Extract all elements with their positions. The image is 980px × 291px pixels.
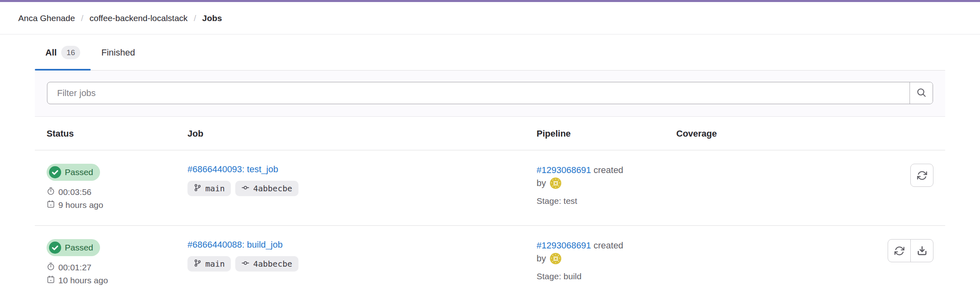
- jobs-page-content: All 16 Finished Status Job Pipeline Cove…: [35, 34, 945, 291]
- breadcrumb-separator: /: [194, 13, 196, 23]
- job-ref-badges: main 4abbecbe: [187, 181, 537, 196]
- breadcrumb-separator: /: [81, 13, 83, 23]
- job-age: 10 hours ago: [47, 275, 187, 286]
- coverage-cell: [676, 226, 874, 291]
- job-ref-badges: main 4abbecbe: [187, 256, 537, 272]
- download-artifacts-button[interactable]: [910, 239, 933, 262]
- pipeline-stage: Stage: build: [537, 272, 676, 281]
- column-header-pipeline: Pipeline: [537, 117, 676, 150]
- user-avatar[interactable]: [550, 178, 561, 189]
- actions-cell: [874, 226, 945, 291]
- job-link[interactable]: #6866440088: build_job: [187, 240, 283, 250]
- tab-finished-label: Finished: [101, 47, 135, 59]
- status-success-icon: [49, 242, 61, 254]
- job-age-value: 10 hours ago: [58, 276, 108, 285]
- job-duration: 00:03:56: [47, 187, 187, 197]
- search-icon: [916, 87, 927, 99]
- user-avatar[interactable]: [550, 253, 561, 264]
- calendar-icon: [47, 200, 55, 210]
- filter-jobs-input[interactable]: [47, 82, 910, 104]
- commit-sha: 4abbecbe: [253, 184, 292, 193]
- job-duration-value: 00:01:27: [58, 263, 92, 272]
- job-link[interactable]: #6866440093: test_job: [187, 164, 278, 174]
- tab-all-count-badge: 16: [61, 46, 80, 59]
- job-age-value: 9 hours ago: [58, 200, 103, 210]
- tab-all[interactable]: All 16: [35, 34, 91, 70]
- pipeline-link[interactable]: #1293068691: [537, 165, 591, 175]
- actions-cell: [874, 150, 945, 225]
- tab-finished[interactable]: Finished: [91, 34, 145, 70]
- pipeline-link[interactable]: #1293068691: [537, 240, 591, 250]
- branch-ref-badge[interactable]: main: [187, 256, 231, 272]
- status-success-icon: [49, 166, 61, 178]
- retry-job-button[interactable]: [910, 164, 933, 187]
- job-duration: 00:01:27: [47, 262, 187, 273]
- coverage-cell: [676, 150, 874, 225]
- column-header-actions: [874, 117, 945, 150]
- status-label: Passed: [65, 243, 93, 252]
- job-cell: #6866440093: test_job main 4abbecbe: [187, 150, 537, 225]
- jobs-filter-section: [35, 71, 945, 117]
- job-duration-value: 00:03:56: [58, 187, 92, 197]
- retry-job-button[interactable]: [888, 239, 911, 262]
- breadcrumb-current-page: Jobs: [202, 13, 222, 23]
- job-status-badge[interactable]: Passed: [47, 164, 100, 181]
- pipeline-stage: Stage: test: [537, 196, 676, 206]
- job-age: 9 hours ago: [47, 200, 187, 210]
- status-cell: Passed 00:01:27 10 hours ago: [35, 226, 187, 291]
- branch-icon: [194, 259, 202, 269]
- breadcrumb: Anca Ghenade / coffee-backend-localstack…: [0, 2, 980, 34]
- pipeline-cell: #1293068691 created by Stage: test: [537, 150, 676, 225]
- timer-icon: [47, 262, 55, 273]
- job-row: Passed 00:03:56 9 hours ago #6866440093:…: [35, 150, 945, 226]
- retry-icon: [916, 170, 928, 181]
- branch-name: main: [205, 259, 225, 269]
- breadcrumb-group-link[interactable]: Anca Ghenade: [18, 13, 75, 23]
- status-cell: Passed 00:03:56 9 hours ago: [35, 150, 187, 225]
- timer-icon: [47, 187, 55, 197]
- tab-all-label: All: [45, 47, 57, 59]
- pipeline-cell: #1293068691 created by Stage: build: [537, 226, 676, 291]
- column-header-coverage: Coverage: [676, 117, 874, 150]
- status-label: Passed: [65, 167, 93, 177]
- jobs-table-header: Status Job Pipeline Coverage: [35, 117, 945, 150]
- commit-sha: 4abbecbe: [253, 259, 292, 269]
- filter-jobs-search-group: [47, 82, 933, 104]
- commit-ref-badge[interactable]: 4abbecbe: [235, 181, 298, 196]
- commit-icon: [241, 184, 249, 194]
- job-actions-button-group: [888, 239, 933, 262]
- job-row: Passed 00:01:27 10 hours ago #6866440088…: [35, 226, 945, 291]
- column-header-job: Job: [187, 117, 537, 150]
- commit-ref-badge[interactable]: 4abbecbe: [235, 256, 298, 272]
- commit-icon: [241, 259, 249, 269]
- breadcrumb-project-link[interactable]: coffee-backend-localstack: [89, 13, 187, 23]
- calendar-icon: [47, 275, 55, 286]
- retry-icon: [894, 245, 905, 257]
- job-cell: #6866440088: build_job main 4abbecbe: [187, 226, 537, 291]
- jobs-scope-tabs: All 16 Finished: [35, 34, 945, 71]
- search-button[interactable]: [910, 82, 933, 104]
- job-status-badge[interactable]: Passed: [47, 239, 100, 256]
- branch-icon: [194, 184, 202, 194]
- branch-ref-badge[interactable]: main: [187, 181, 231, 196]
- column-header-status: Status: [35, 117, 187, 150]
- download-icon: [917, 246, 927, 256]
- branch-name: main: [205, 184, 225, 193]
